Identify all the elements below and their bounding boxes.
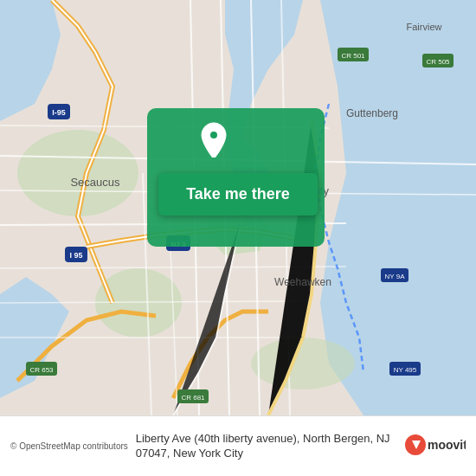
svg-text:NY 9A: NY 9A	[385, 273, 406, 280]
svg-text:CR 501: CR 501	[341, 52, 365, 60]
take-me-there-button[interactable]: Take me there	[158, 173, 318, 215]
svg-point-7	[251, 338, 355, 389]
moovit-logo: moovit	[405, 432, 466, 461]
map-container: I-95 I 95 NJ 3 CR 501 CR 505 CR 653 CR 6…	[0, 0, 476, 415]
svg-text:Secaucus: Secaucus	[70, 176, 120, 189]
svg-text:I 95: I 95	[69, 251, 82, 260]
address-text: Liberty Ave (40th liberty avenue), North…	[136, 432, 396, 461]
svg-text:Weehawken: Weehawken	[274, 276, 331, 288]
svg-text:I-95: I-95	[52, 108, 66, 117]
svg-text:CR 505: CR 505	[426, 58, 450, 66]
svg-text:CR 653: CR 653	[29, 366, 54, 374]
svg-text:NY 495: NY 495	[394, 366, 417, 374]
svg-text:CR 681: CR 681	[181, 394, 205, 402]
info-bar: © OpenStreetMap contributors Liberty Ave…	[0, 415, 476, 476]
svg-text:Guttenberg: Guttenberg	[346, 107, 398, 119]
copyright-text: © OpenStreetMap contributors	[10, 441, 128, 451]
svg-text:Fairview: Fairview	[407, 22, 442, 32]
svg-point-47	[210, 132, 217, 138]
map-pin	[198, 121, 229, 158]
svg-text:moovit: moovit	[428, 438, 466, 452]
